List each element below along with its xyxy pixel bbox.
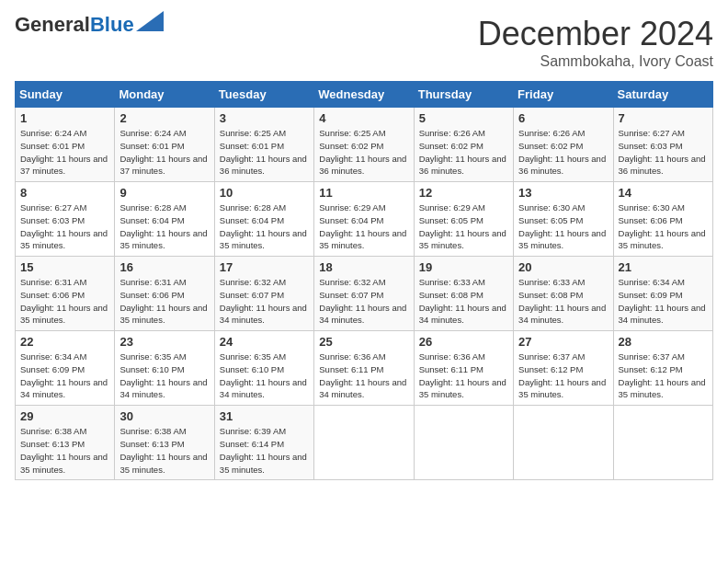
day-number: 4 [319,111,408,125]
day-number: 20 [518,260,608,274]
calendar-day-cell [314,406,414,480]
day-info: Sunrise: 6:30 AMSunset: 6:05 PMDaylight:… [518,202,606,250]
day-info: Sunrise: 6:24 AMSunset: 6:01 PMDaylight:… [119,128,207,176]
day-number: 22 [20,335,109,349]
day-number: 7 [619,111,708,125]
weekday-header-cell: Wednesday [314,82,414,108]
day-info: Sunrise: 6:34 AMSunset: 6:09 PMDaylight:… [20,351,108,399]
calendar-day-cell [414,406,513,480]
calendar-week-row: 8 Sunrise: 6:27 AMSunset: 6:03 PMDayligh… [16,182,713,257]
day-number: 12 [419,186,508,200]
day-number: 25 [319,335,408,349]
logo-arrow-icon [136,11,164,31]
day-number: 1 [20,111,109,125]
weekday-header-cell: Sunday [16,82,115,108]
calendar-day-cell: 25 Sunrise: 6:36 AMSunset: 6:11 PMDaylig… [314,331,414,406]
logo-text: GeneralBlue [15,15,134,35]
logo-blue: Blue [90,13,134,36]
weekday-header-cell: Friday [514,82,613,108]
calendar-day-cell: 13 Sunrise: 6:30 AMSunset: 6:05 PMDaylig… [514,182,613,257]
day-info: Sunrise: 6:36 AMSunset: 6:11 PMDaylight:… [319,351,406,399]
calendar-day-cell: 7 Sunrise: 6:27 AMSunset: 6:03 PMDayligh… [613,108,712,182]
day-number: 11 [319,186,408,200]
calendar-day-cell: 23 Sunrise: 6:35 AMSunset: 6:10 PMDaylig… [115,331,214,406]
day-number: 14 [619,186,708,200]
day-info: Sunrise: 6:29 AMSunset: 6:04 PMDaylight:… [319,202,406,250]
calendar-day-cell: 15 Sunrise: 6:31 AMSunset: 6:06 PMDaylig… [16,257,115,331]
calendar-day-cell: 29 Sunrise: 6:38 AMSunset: 6:13 PMDaylig… [16,406,115,480]
day-info: Sunrise: 6:38 AMSunset: 6:13 PMDaylight:… [20,426,108,474]
calendar-day-cell: 4 Sunrise: 6:25 AMSunset: 6:02 PMDayligh… [314,108,414,182]
day-info: Sunrise: 6:35 AMSunset: 6:10 PMDaylight:… [220,351,307,399]
calendar-day-cell: 27 Sunrise: 6:37 AMSunset: 6:12 PMDaylig… [514,331,613,406]
calendar-week-row: 29 Sunrise: 6:38 AMSunset: 6:13 PMDaylig… [16,406,713,480]
calendar-day-cell: 26 Sunrise: 6:36 AMSunset: 6:11 PMDaylig… [414,331,513,406]
calendar-week-row: 22 Sunrise: 6:34 AMSunset: 6:09 PMDaylig… [16,331,713,406]
weekday-header-cell: Monday [115,82,214,108]
calendar-day-cell: 22 Sunrise: 6:34 AMSunset: 6:09 PMDaylig… [16,331,115,406]
day-number: 24 [220,335,309,349]
weekday-header-cell: Tuesday [214,82,313,108]
day-info: Sunrise: 6:37 AMSunset: 6:12 PMDaylight:… [518,351,606,399]
day-number: 13 [518,186,608,200]
calendar-day-cell: 5 Sunrise: 6:26 AMSunset: 6:02 PMDayligh… [414,108,513,182]
calendar-day-cell: 10 Sunrise: 6:28 AMSunset: 6:04 PMDaylig… [214,182,313,257]
day-number: 15 [20,260,109,274]
day-info: Sunrise: 6:32 AMSunset: 6:07 PMDaylight:… [319,277,406,325]
day-number: 8 [20,186,109,200]
calendar-day-cell: 30 Sunrise: 6:38 AMSunset: 6:13 PMDaylig… [115,406,214,480]
calendar-day-cell: 14 Sunrise: 6:30 AMSunset: 6:06 PMDaylig… [613,182,712,257]
day-number: 28 [619,335,708,349]
calendar-day-cell: 2 Sunrise: 6:24 AMSunset: 6:01 PMDayligh… [115,108,214,182]
day-number: 5 [419,111,508,125]
day-info: Sunrise: 6:27 AMSunset: 6:03 PMDaylight:… [20,202,108,250]
calendar-table: SundayMondayTuesdayWednesdayThursdayFrid… [15,81,713,480]
weekday-header-cell: Saturday [613,82,712,108]
location-title: Sammbokaha, Ivory Coast [478,53,713,70]
day-info: Sunrise: 6:25 AMSunset: 6:02 PMDaylight:… [319,128,406,176]
calendar-day-cell: 1 Sunrise: 6:24 AMSunset: 6:01 PMDayligh… [16,108,115,182]
calendar-day-cell: 16 Sunrise: 6:31 AMSunset: 6:06 PMDaylig… [115,257,214,331]
day-info: Sunrise: 6:28 AMSunset: 6:04 PMDaylight:… [220,202,307,250]
day-info: Sunrise: 6:36 AMSunset: 6:11 PMDaylight:… [419,351,506,399]
calendar-day-cell: 11 Sunrise: 6:29 AMSunset: 6:04 PMDaylig… [314,182,414,257]
page-header: GeneralBlue December 2024 Sammbokaha, Iv… [15,15,713,70]
calendar-day-cell: 20 Sunrise: 6:33 AMSunset: 6:08 PMDaylig… [514,257,613,331]
calendar-day-cell: 8 Sunrise: 6:27 AMSunset: 6:03 PMDayligh… [16,182,115,257]
weekday-header-row: SundayMondayTuesdayWednesdayThursdayFrid… [16,82,713,108]
calendar-day-cell: 6 Sunrise: 6:26 AMSunset: 6:02 PMDayligh… [514,108,613,182]
day-info: Sunrise: 6:24 AMSunset: 6:01 PMDaylight:… [20,128,108,176]
day-number: 19 [419,260,508,274]
calendar-body: 1 Sunrise: 6:24 AMSunset: 6:01 PMDayligh… [16,108,713,480]
logo-general: General [15,13,90,36]
day-info: Sunrise: 6:27 AMSunset: 6:03 PMDaylight:… [619,128,706,176]
day-number: 2 [119,111,209,125]
day-info: Sunrise: 6:32 AMSunset: 6:07 PMDaylight:… [220,277,307,325]
day-info: Sunrise: 6:38 AMSunset: 6:13 PMDaylight:… [119,426,207,474]
day-info: Sunrise: 6:26 AMSunset: 6:02 PMDaylight:… [419,128,506,176]
day-info: Sunrise: 6:31 AMSunset: 6:06 PMDaylight:… [119,277,207,325]
calendar-day-cell: 9 Sunrise: 6:28 AMSunset: 6:04 PMDayligh… [115,182,214,257]
day-number: 26 [419,335,508,349]
calendar-day-cell: 24 Sunrise: 6:35 AMSunset: 6:10 PMDaylig… [214,331,313,406]
calendar-day-cell: 3 Sunrise: 6:25 AMSunset: 6:01 PMDayligh… [214,108,313,182]
calendar-day-cell [613,406,712,480]
calendar-day-cell: 28 Sunrise: 6:37 AMSunset: 6:12 PMDaylig… [613,331,712,406]
calendar-day-cell: 21 Sunrise: 6:34 AMSunset: 6:09 PMDaylig… [613,257,712,331]
day-number: 9 [119,186,209,200]
day-number: 31 [220,409,309,423]
logo: GeneralBlue [15,15,164,35]
day-number: 27 [518,335,608,349]
calendar-day-cell: 12 Sunrise: 6:29 AMSunset: 6:05 PMDaylig… [414,182,513,257]
day-number: 17 [220,260,309,274]
calendar-day-cell: 31 Sunrise: 6:39 AMSunset: 6:14 PMDaylig… [214,406,313,480]
day-number: 3 [220,111,309,125]
day-info: Sunrise: 6:25 AMSunset: 6:01 PMDaylight:… [220,128,307,176]
day-info: Sunrise: 6:33 AMSunset: 6:08 PMDaylight:… [419,277,506,325]
day-info: Sunrise: 6:35 AMSunset: 6:10 PMDaylight:… [119,351,207,399]
calendar-day-cell: 19 Sunrise: 6:33 AMSunset: 6:08 PMDaylig… [414,257,513,331]
day-info: Sunrise: 6:39 AMSunset: 6:14 PMDaylight:… [220,426,307,474]
weekday-header-cell: Thursday [414,82,513,108]
day-info: Sunrise: 6:28 AMSunset: 6:04 PMDaylight:… [119,202,207,250]
calendar-week-row: 1 Sunrise: 6:24 AMSunset: 6:01 PMDayligh… [16,108,713,182]
